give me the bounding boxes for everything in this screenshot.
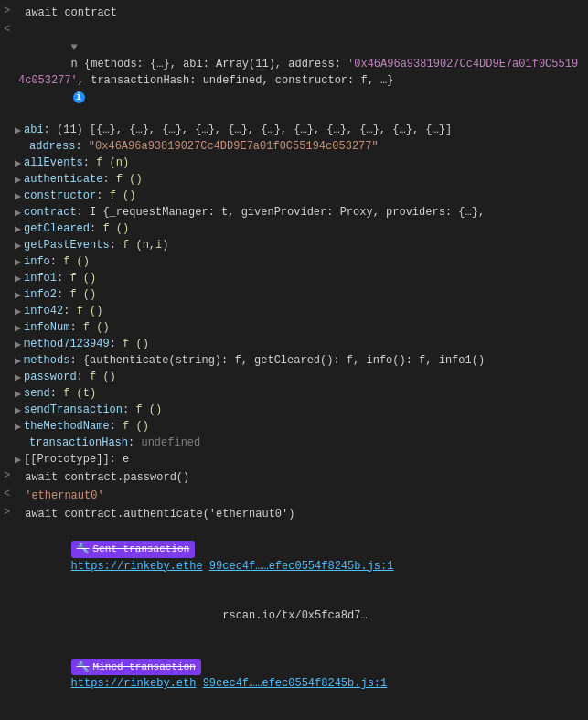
line-methods: ▶ methods: {authenticate(string): f, get… [0,353,588,370]
expand-icon[interactable]: ▶ [15,272,24,285]
link-suffix-1: rscan.io/tx/0x5fca8d7… [71,609,368,622]
expand-icon[interactable]: ▶ [15,255,24,269]
expand-icon[interactable]: ▶ [15,288,24,302]
line-authenticate: ▶ authenticate: f () [0,172,588,188]
line-prototype: ▶ [[Prototype]]: e [0,452,588,468]
line-constructor: ▶ constructor: f () [0,188,588,205]
expand-icon[interactable]: ▶ [15,189,24,203]
wrench-icon: 🔧 [77,542,90,557]
rinkeby-link-2[interactable]: https://rinkeby.eth [71,677,197,690]
expand-icon[interactable]: ▶ [15,206,24,220]
console-container: > await contract < ▼ n {methods: {…}, ab… [0,0,588,720]
line-info42: ▶ info42: f () [0,304,588,320]
line-getcleared: ▶ getCleared: f () [0,221,588,238]
command-text: await contract.password() [18,469,584,486]
line-contract: ▶ contract: I {_requestManager: t, given… [0,205,588,221]
line-2: < ▼ n {methods: {…}, abi: Array(11), add… [0,22,588,123]
expand-icon[interactable]: ▶ [15,222,24,236]
expand-icon[interactable]: ▶ [15,124,24,137]
expand-icon[interactable]: ▶ [15,387,24,401]
line-sent-tx: 🔧 Sent transaction https://rinkeby.ethe … [0,523,588,641]
line-ethernaut0: < 'ethernaut0' [0,487,588,505]
mined-tx-content: 🔧 Mined transaction https://rinkeby.eth … [18,642,584,721]
line-txhash: transactionHash: undefined [0,435,588,452]
sent-transaction-badge: 🔧 Sent transaction [71,541,196,558]
expand-icon[interactable]: ▶ [15,338,24,351]
expand-icon[interactable]: ▶ [15,453,24,467]
line-sendtransaction: ▶ sendTransaction: f () [0,403,588,419]
line-authenticate-cmd: > await contract.authenticate('ethernaut… [0,505,588,523]
expand-icon[interactable]: ▶ [15,239,24,253]
line-getpastevents: ▶ getPastEvents: f (n,i) [0,238,588,254]
prompt-arrow: > [4,469,18,482]
line-1: > await contract [0,4,588,22]
output-arrow: < [4,23,18,36]
line-abi: ▶ abi: (11) [{…}, {…}, {…}, {…}, {…}, {…… [0,123,588,139]
rinkeby-link-1[interactable]: https://rinkeby.ethe [71,560,203,573]
expand-icon[interactable]: ▶ [15,354,24,368]
line-info2: ▶ info2: f () [0,287,588,304]
mined-tx-label: Mined transaction [93,660,196,675]
expand-icon[interactable]: ▶ [15,420,24,434]
expand-icon[interactable]: ▶ [15,371,24,384]
expand-icon[interactable]: ▶ [15,156,24,170]
expand-icon[interactable]: ▶ [15,173,24,187]
line-mined-tx: 🔧 Mined transaction https://rinkeby.eth … [0,641,588,721]
expand-icon[interactable]: ▶ [15,403,24,417]
line-allevents: ▶ allEvents: f (n) [0,156,588,172]
expand-icon[interactable]: ▶ [15,305,24,318]
line-infonum: ▶ infoNum: f () [0,320,588,337]
console-output: > await contract < ▼ n {methods: {…}, ab… [0,0,588,720]
line-themethodname: ▶ theMethodName: f () [0,419,588,435]
command-text: await contract.authenticate('ethernaut0'… [18,506,584,522]
prompt-arrow: > [4,5,18,17]
mined-transaction-badge: 🔧 Mined transaction [71,659,201,676]
line-info: ▶ info: f () [0,254,588,271]
line-method7123949: ▶ method7123949: f () [0,337,588,353]
command-text: await contract [18,5,584,21]
output-value: 'ethernaut0' [18,488,584,504]
line-password-cmd: > await contract.password() [0,468,588,487]
output-arrow: < [4,488,18,500]
info-icon[interactable]: i [73,91,85,103]
source-link-2[interactable]: 99cec4f……efec0554f8245b.js:1 [203,677,388,690]
output-content: ▼ n {methods: {…}, abi: Array(11), addre… [18,23,584,122]
sent-tx-label: Sent transaction [93,542,190,557]
expand-icon[interactable]: ▶ [15,321,24,335]
collapse-icon[interactable]: ▼ [71,39,80,56]
sent-tx-content: 🔧 Sent transaction https://rinkeby.ethe … [18,524,584,640]
line-password: ▶ password: f () [0,370,588,386]
source-link-1[interactable]: 99cec4f……efec0554f8245b.js:1 [209,560,394,573]
prompt-arrow: > [4,506,18,519]
line-address: address: "0x46A96a93819027Cc4DD9E7a01f0C… [0,139,588,156]
line-info1: ▶ info1: f () [0,271,588,287]
wrench-icon-2: 🔧 [77,660,90,675]
line-send: ▶ send: f (t) [0,386,588,403]
